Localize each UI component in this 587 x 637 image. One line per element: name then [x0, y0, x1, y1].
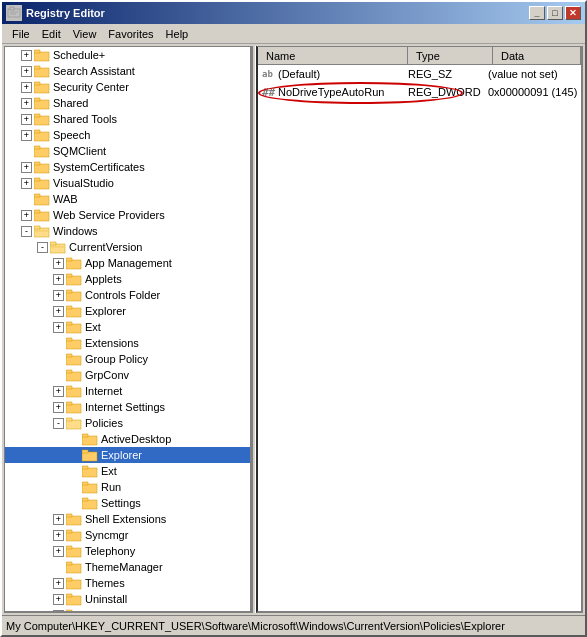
tree-label: VisualStudio: [53, 177, 114, 189]
folder-icon: [34, 128, 50, 142]
expand-btn[interactable]: +: [21, 50, 32, 61]
tree-item-run[interactable]: Run: [5, 479, 250, 495]
tree-item-themes[interactable]: + Themes: [5, 575, 250, 591]
svg-rect-52: [66, 420, 81, 429]
no-expand: [69, 482, 80, 493]
expand-btn[interactable]: +: [21, 82, 32, 93]
expand-btn[interactable]: +: [53, 594, 64, 605]
expand-btn[interactable]: +: [53, 402, 64, 413]
no-expand: [69, 450, 80, 461]
expand-btn[interactable]: +: [53, 514, 64, 525]
folder-icon: [82, 480, 98, 494]
expand-btn[interactable]: +: [53, 322, 64, 333]
expand-btn[interactable]: +: [21, 178, 32, 189]
tree-item-internet-settings[interactable]: + Internet Settings: [5, 399, 250, 415]
tree-item-extensions[interactable]: Extensions: [5, 335, 250, 351]
tree-item-security-center[interactable]: + Security Center: [5, 79, 250, 95]
expand-btn[interactable]: +: [53, 306, 64, 317]
expand-btn[interactable]: -: [53, 418, 64, 429]
expand-btn[interactable]: +: [21, 98, 32, 109]
tree-item-grouppolicy[interactable]: Group Policy: [5, 351, 250, 367]
no-expand: [21, 146, 32, 157]
tree-item-unreadmail[interactable]: + UnreadMail: [5, 607, 250, 611]
svg-rect-46: [66, 372, 81, 381]
expand-btn[interactable]: -: [37, 242, 48, 253]
expand-btn[interactable]: +: [53, 386, 64, 397]
tree-item-windows[interactable]: - Windows: [5, 223, 250, 239]
tree-label: Search Assistant: [53, 65, 135, 77]
maximize-button[interactable]: □: [547, 6, 563, 20]
folder-icon: [66, 384, 82, 398]
svg-rect-59: [82, 466, 88, 469]
expand-btn[interactable]: +: [53, 258, 64, 269]
tree-item-webservice[interactable]: + Web Service Providers: [5, 207, 250, 223]
expand-btn[interactable]: +: [21, 114, 32, 125]
menu-view[interactable]: View: [67, 26, 103, 42]
tree-item-explorer-policies[interactable]: Explorer: [5, 447, 250, 463]
tree-item-shared[interactable]: + Shared: [5, 95, 250, 111]
expand-btn[interactable]: +: [21, 66, 32, 77]
minimize-button[interactable]: _: [529, 6, 545, 20]
reg-row-nodrivetypeautorun[interactable]: ## NoDriveTypeAutoRun REG_DWORD 0x000000…: [258, 83, 581, 101]
svg-rect-16: [34, 148, 49, 157]
tree-item-telephony[interactable]: + Telephony: [5, 543, 250, 559]
folder-icon: [34, 192, 50, 206]
expand-btn[interactable]: +: [21, 130, 32, 141]
close-button[interactable]: ✕: [565, 6, 581, 20]
window-title: Registry Editor: [26, 7, 105, 19]
tree-item-ext[interactable]: + Ext: [5, 319, 250, 335]
tree-item-uninstall[interactable]: + Uninstall: [5, 591, 250, 607]
menu-help[interactable]: Help: [160, 26, 195, 42]
menu-favorites[interactable]: Favorites: [102, 26, 159, 42]
expand-btn[interactable]: +: [53, 546, 64, 557]
tree-item-activedesktop[interactable]: ActiveDesktop: [5, 431, 250, 447]
right-scroll[interactable]: ab (Default) REG_SZ (value not set) ## N…: [258, 65, 581, 611]
svg-rect-15: [34, 130, 40, 133]
expand-btn[interactable]: +: [53, 530, 64, 541]
expand-btn[interactable]: +: [53, 610, 64, 612]
tree-item-visualstudio[interactable]: + VisualStudio: [5, 175, 250, 191]
tree-item-applets[interactable]: + Applets: [5, 271, 250, 287]
expand-btn[interactable]: +: [53, 274, 64, 285]
tree-item-explorer-cv[interactable]: + Explorer: [5, 303, 250, 319]
svg-rect-54: [82, 436, 97, 445]
expand-btn[interactable]: +: [21, 162, 32, 173]
tree-item-shared-tools[interactable]: + Shared Tools: [5, 111, 250, 127]
tree-item-controls-folder[interactable]: + Controls Folder: [5, 287, 250, 303]
tree-item-internet[interactable]: + Internet: [5, 383, 250, 399]
svg-rect-9: [34, 82, 40, 85]
expand-btn[interactable]: +: [53, 578, 64, 589]
svg-rect-7: [34, 66, 40, 69]
tree-item-speech[interactable]: + Speech: [5, 127, 250, 143]
tree-item-grpconv[interactable]: GrpConv: [5, 367, 250, 383]
tree-item-appmanagement[interactable]: + App Management: [5, 255, 250, 271]
menu-edit[interactable]: Edit: [36, 26, 67, 42]
tree-item-search-assistant[interactable]: + Search Assistant: [5, 63, 250, 79]
svg-rect-33: [66, 258, 72, 261]
tree-item-policies[interactable]: - Policies: [5, 415, 250, 431]
folder-icon: [66, 304, 82, 318]
svg-rect-24: [34, 212, 49, 221]
tree-label: GrpConv: [85, 369, 129, 381]
tree-item-settings-policies[interactable]: Settings: [5, 495, 250, 511]
reg-row-default[interactable]: ab (Default) REG_SZ (value not set): [258, 65, 581, 83]
tree-item-schedule[interactable]: + Schedule+: [5, 47, 250, 63]
tree-item-systemcerts[interactable]: + SystemCertificates: [5, 159, 250, 175]
tree-item-wab[interactable]: WAB: [5, 191, 250, 207]
svg-rect-38: [66, 308, 81, 317]
expand-btn[interactable]: +: [21, 210, 32, 221]
tree-item-shellext[interactable]: + Shell Extensions: [5, 511, 250, 527]
tree-item-ext-policies[interactable]: Ext: [5, 463, 250, 479]
tree-item-syncmgr[interactable]: + Syncmgr: [5, 527, 250, 543]
svg-rect-58: [82, 468, 97, 477]
expand-btn[interactable]: -: [21, 226, 32, 237]
reg-name-nodrivetypeautorun: NoDriveTypeAutoRun: [278, 86, 408, 98]
menu-file[interactable]: File: [6, 26, 36, 42]
svg-rect-35: [66, 274, 72, 277]
tree-item-thememgr[interactable]: ThemeManager: [5, 559, 250, 575]
tree-item-currentversion[interactable]: - CurrentVersion: [5, 239, 250, 255]
expand-btn[interactable]: +: [53, 290, 64, 301]
svg-rect-6: [34, 68, 49, 77]
tree-scroll[interactable]: + Schedule+ + Search Assistant + Securi: [5, 47, 250, 611]
tree-item-sqmclient[interactable]: SQMClient: [5, 143, 250, 159]
